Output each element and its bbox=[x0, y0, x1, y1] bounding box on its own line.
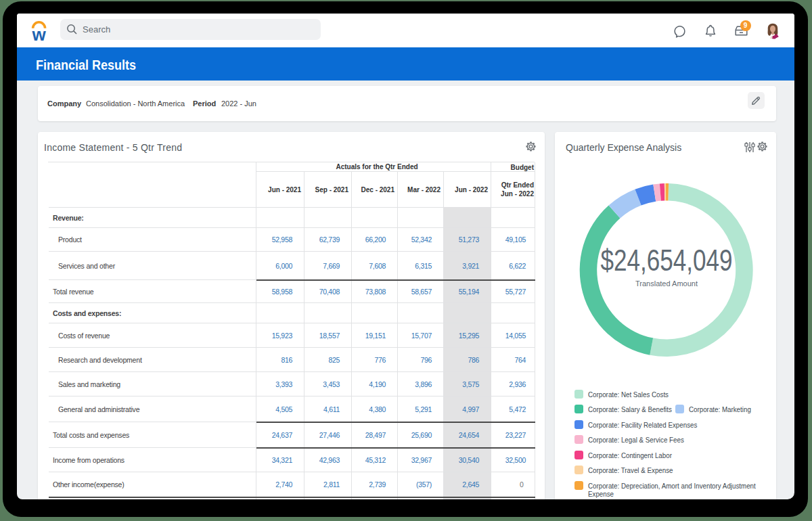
svg-text:w: w bbox=[31, 24, 46, 42]
